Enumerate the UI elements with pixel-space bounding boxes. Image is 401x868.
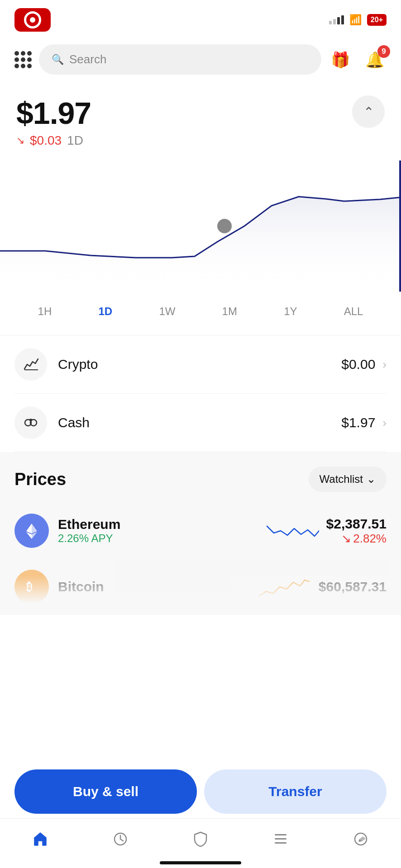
- portfolio-value-section: $1.97 ↘ $0.03 1D: [16, 95, 91, 148]
- chart-section: [0, 153, 401, 292]
- ethereum-price: $2,387.51: [326, 516, 387, 532]
- nav-security[interactable]: [181, 827, 220, 855]
- svg-marker-5: [26, 524, 32, 533]
- gift-icon[interactable]: 🎁: [329, 48, 352, 71]
- change-amount: $0.03: [30, 133, 62, 148]
- portfolio-section: $1.97 ↘ $0.03 1D ⌃: [0, 83, 401, 153]
- cash-chevron-icon: ›: [382, 416, 387, 430]
- nav-history[interactable]: [101, 827, 140, 855]
- ethereum-price-info: $2,387.51 ↘ 2.82%: [326, 516, 387, 546]
- ethereum-change-pct: 2.82%: [353, 532, 387, 546]
- price-chart[interactable]: [0, 160, 401, 292]
- home-icon: [32, 830, 49, 852]
- search-icon: 🔍: [52, 54, 64, 66]
- ethereum-apy: 2.26% APY: [58, 532, 258, 545]
- notification-badge: 9: [377, 45, 390, 58]
- watchlist-button[interactable]: Watchlist ⌄: [309, 467, 387, 492]
- target-logo: [14, 8, 51, 32]
- assets-section: Crypto $0.00 › Cash $1.97 ›: [0, 335, 401, 452]
- eth-icon: [23, 522, 41, 540]
- crypto-asset-name: Crypto: [58, 357, 341, 372]
- tab-all[interactable]: ALL: [336, 301, 372, 322]
- nav-explore[interactable]: [341, 827, 380, 855]
- bitcoin-price-row[interactable]: ₿ Bitcoin $60,587.31: [14, 559, 387, 615]
- bell-icon[interactable]: 🔔 9: [363, 48, 387, 71]
- search-placeholder: Search: [69, 52, 106, 66]
- svg-text:₿: ₿: [26, 580, 32, 594]
- cash-asset-row[interactable]: Cash $1.97 ›: [14, 394, 387, 452]
- status-right: 📶 20+: [329, 14, 387, 26]
- nav-home[interactable]: [21, 827, 60, 855]
- bottom-nav: [0, 818, 401, 868]
- signal-icon: [329, 15, 344, 24]
- ethereum-info: Ethereum 2.26% APY: [58, 517, 258, 545]
- ethereum-logo: [14, 514, 49, 548]
- tab-1d[interactable]: 1D: [90, 301, 120, 322]
- tab-1h[interactable]: 1H: [30, 301, 60, 322]
- crypto-asset-value: $0.00: [341, 357, 375, 372]
- tab-1y[interactable]: 1Y: [276, 301, 305, 322]
- wifi-icon: 📶: [349, 14, 362, 26]
- compass-icon: [352, 830, 369, 852]
- chart-svg: [0, 160, 401, 292]
- portfolio-value: $1.97: [16, 95, 91, 131]
- bitcoin-mini-chart: [257, 573, 311, 600]
- btc-icon: ₿: [23, 578, 41, 596]
- prices-header: Prices Watchlist ⌄: [14, 467, 387, 492]
- header: 🔍 Search 🎁 🔔 9: [0, 36, 401, 83]
- bitcoin-price-info: $60,587.31: [319, 579, 387, 594]
- time-period-tabs: 1H 1D 1W 1M 1Y ALL: [0, 292, 401, 331]
- collapse-button[interactable]: ⌃: [352, 95, 385, 128]
- tab-1m[interactable]: 1M: [214, 301, 245, 322]
- crypto-icon: [14, 348, 47, 381]
- bitcoin-name: Bitcoin: [58, 579, 250, 594]
- battery-indicator: 20+: [367, 14, 387, 26]
- crypto-chart-icon: [23, 356, 39, 373]
- svg-rect-12: [275, 842, 286, 844]
- watchlist-label: Watchlist: [320, 473, 363, 486]
- svg-rect-11: [275, 838, 286, 840]
- buy-sell-button[interactable]: Buy & sell: [14, 769, 197, 814]
- svg-marker-4: [32, 524, 37, 533]
- shield-icon: [192, 830, 209, 852]
- cash-asset-name: Cash: [58, 415, 341, 430]
- change-arrow-icon: ↘: [16, 135, 24, 146]
- tab-1w[interactable]: 1W: [151, 301, 183, 322]
- ethereum-change: ↘ 2.82%: [326, 532, 387, 546]
- bitcoin-row-wrap: ₿ Bitcoin $60,587.31: [14, 559, 387, 615]
- prices-section: Prices Watchlist ⌄ Ethereum 2.26% APY $2…: [0, 452, 401, 615]
- ethereum-mini-chart: [265, 517, 319, 544]
- chart-cursor-dot: [217, 219, 232, 233]
- transfer-button[interactable]: Transfer: [204, 769, 387, 814]
- crypto-chevron-icon: ›: [382, 358, 387, 372]
- svg-rect-10: [275, 834, 286, 835]
- cash-icon: [14, 406, 47, 439]
- ethereum-price-row[interactable]: Ethereum 2.26% APY $2,387.51 ↘ 2.82%: [14, 503, 387, 559]
- bitcoin-logo: ₿: [14, 570, 49, 604]
- clock-icon: [112, 830, 129, 852]
- header-icons: 🎁 🔔 9: [329, 48, 387, 71]
- list-icon: [272, 830, 289, 852]
- search-bar[interactable]: 🔍 Search: [39, 44, 321, 75]
- chart-vertical-line: [399, 160, 401, 292]
- prices-title: Prices: [14, 470, 66, 489]
- down-arrow-icon: ↘: [341, 532, 351, 546]
- bottom-action-buttons: Buy & sell Transfer: [0, 769, 401, 814]
- portfolio-change: ↘ $0.03 1D: [16, 133, 91, 148]
- cash-asset-value: $1.97: [341, 415, 375, 430]
- menu-grid-icon[interactable]: [14, 51, 32, 68]
- bitcoin-price: $60,587.31: [319, 579, 387, 594]
- crypto-asset-row[interactable]: Crypto $0.00 ›: [14, 335, 387, 394]
- home-indicator: [160, 861, 241, 864]
- watchlist-chevron-icon: ⌄: [367, 473, 376, 486]
- bitcoin-info: Bitcoin: [58, 579, 250, 594]
- ethereum-name: Ethereum: [58, 517, 258, 532]
- svg-marker-7: [26, 532, 32, 539]
- chevron-up-icon: ⌃: [363, 104, 374, 119]
- status-bar: 📶 20+: [0, 0, 401, 36]
- nav-portfolio[interactable]: [261, 827, 300, 855]
- change-period: 1D: [67, 133, 83, 148]
- cash-icon-svg: [23, 415, 39, 431]
- svg-marker-6: [32, 532, 37, 539]
- svg-point-3: [29, 419, 32, 421]
